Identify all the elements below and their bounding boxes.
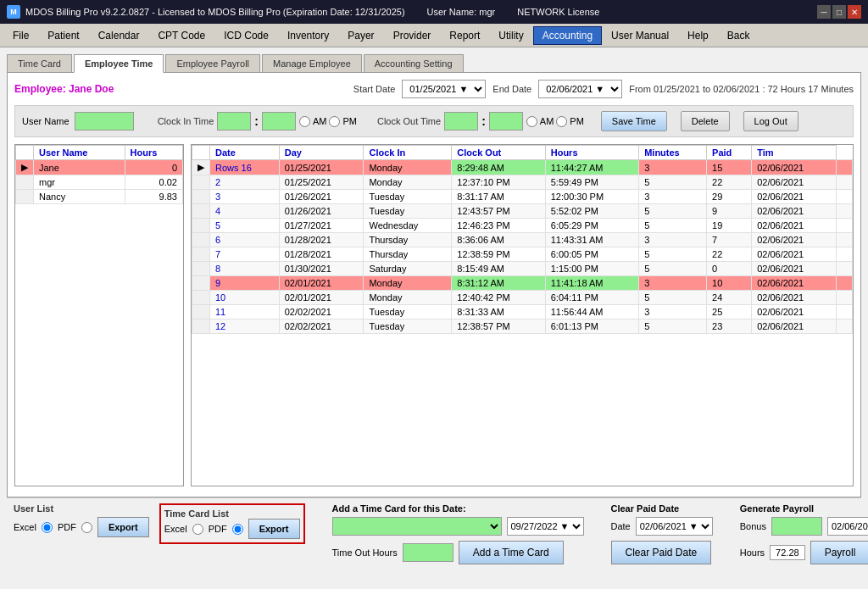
- data-table-row[interactable]: 3 01/26/2021 Tuesday 8:31:17 AM 12:00:30…: [192, 190, 853, 204]
- tc-excel-radio[interactable]: [192, 524, 203, 535]
- date-range-area: Start Date 01/25/2021 ▼ End Date 02/06/2…: [353, 80, 854, 98]
- user-hours-cell: 0: [125, 160, 182, 175]
- data-table-row[interactable]: 9 02/01/2021 Monday 8:31:12 AM 11:41:18 …: [192, 276, 853, 291]
- menu-accounting[interactable]: Accounting: [533, 26, 602, 45]
- excel-radio[interactable]: [42, 522, 53, 533]
- menu-back[interactable]: Back: [718, 26, 760, 45]
- col-minutes-header: Minutes: [639, 146, 707, 160]
- row-arrow: ▶: [16, 160, 34, 175]
- user-name-cell: Nancy: [34, 190, 125, 204]
- time-out-hours-input[interactable]: [403, 543, 453, 562]
- menu-icd-code[interactable]: ICD Code: [214, 26, 278, 45]
- generate-payroll-section: Generate Payroll Bonus 02/06/2021 ▼ Hour…: [740, 503, 868, 570]
- date-value-cell: 01/27/2021: [279, 219, 364, 233]
- date-cell: 9: [210, 276, 280, 291]
- clock-out-am-radio[interactable]: [526, 116, 537, 127]
- hours-cell: 3: [639, 233, 707, 247]
- user-table-row[interactable]: ▶ Jane 0: [16, 160, 183, 175]
- add-time-card-label: Add a Time Card for this Date:: [332, 503, 584, 514]
- paid-cell: 02/06/2021: [752, 160, 837, 175]
- clock-in-section: Clock In Time : AM PM: [158, 112, 357, 131]
- close-button[interactable]: ✕: [848, 5, 861, 19]
- clock-in-min-input[interactable]: [262, 112, 296, 131]
- add-time-card-date-select[interactable]: 09/27/2022 ▼: [507, 517, 584, 536]
- user-table-row[interactable]: Nancy 9.83: [16, 190, 183, 204]
- clock-in-cell: 8:15:49 AM: [452, 262, 545, 276]
- menu-utility[interactable]: Utility: [489, 26, 532, 45]
- date-value-cell: 01/26/2021: [279, 190, 364, 204]
- row-indicator-cell: [192, 190, 210, 204]
- bonus-input[interactable]: [771, 517, 822, 536]
- tab-employee-payroll[interactable]: Employee Payroll: [165, 54, 260, 72]
- delete-button[interactable]: Delete: [681, 111, 730, 131]
- menu-patient[interactable]: Patient: [38, 26, 88, 45]
- user-name-cell: mgr: [34, 175, 125, 190]
- clear-date-select[interactable]: 02/06/2021 ▼: [636, 517, 713, 536]
- data-table-row[interactable]: 8 01/30/2021 Saturday 8:15:49 AM 1:15:00…: [192, 262, 853, 276]
- menu-help[interactable]: Help: [678, 26, 718, 45]
- tab-manage-employee[interactable]: Manage Employee: [262, 54, 362, 72]
- time-card-list-export-button[interactable]: Export: [248, 519, 300, 539]
- clear-date-label: Date: [611, 521, 631, 531]
- user-list-export-button[interactable]: Export: [97, 517, 149, 537]
- data-table-row[interactable]: 12 02/02/2021 Tuesday 12:38:57 PM 6:01:1…: [192, 320, 853, 334]
- logout-button[interactable]: Log Out: [743, 111, 798, 131]
- menu-cpt-code[interactable]: CPT Code: [148, 26, 214, 45]
- clock-in-cell: 12:38:59 PM: [452, 247, 545, 262]
- date-cell: 7: [210, 247, 280, 262]
- row-arrow: [16, 190, 34, 204]
- pdf-radio[interactable]: [81, 522, 92, 533]
- add-time-card-button[interactable]: Add a Time Card: [459, 541, 564, 564]
- add-time-card-name-select[interactable]: [332, 517, 502, 536]
- tim-cell: [836, 175, 852, 190]
- clock-in-pm-radio[interactable]: [329, 116, 340, 127]
- menu-user-manual[interactable]: User Manual: [602, 26, 678, 45]
- day-cell: Thursday: [364, 233, 452, 247]
- menu-inventory[interactable]: Inventory: [278, 26, 338, 45]
- data-table-row[interactable]: ▶ Rows 16 01/25/2021 Monday 8:29:48 AM 1…: [192, 160, 853, 175]
- data-table-row[interactable]: 10 02/01/2021 Monday 12:40:42 PM 6:04:11…: [192, 291, 853, 305]
- hours-cell: 5: [639, 247, 707, 262]
- menu-file[interactable]: File: [3, 26, 38, 45]
- tab-time-card[interactable]: Time Card: [7, 54, 72, 72]
- pdf-label: PDF: [58, 522, 76, 532]
- save-time-button[interactable]: Save Time: [601, 111, 667, 131]
- menu-calendar[interactable]: Calendar: [89, 26, 149, 45]
- data-table-row[interactable]: 4 01/26/2021 Tuesday 12:43:57 PM 5:52:02…: [192, 204, 853, 219]
- data-table-row[interactable]: 11 02/02/2021 Tuesday 8:31:33 AM 11:56:4…: [192, 305, 853, 320]
- clock-in-am-group: AM PM: [299, 116, 357, 127]
- data-table-row[interactable]: 2 01/25/2021 Monday 12:37:10 PM 5:59:49 …: [192, 175, 853, 190]
- tc-pdf-radio[interactable]: [232, 524, 243, 535]
- clock-in-hour-input[interactable]: [217, 112, 251, 131]
- user-name-input[interactable]: [75, 112, 134, 131]
- clear-paid-date-button[interactable]: Clear Paid Date: [611, 541, 712, 564]
- date-value-cell: 01/25/2021: [279, 175, 364, 190]
- minimize-button[interactable]: ─: [817, 5, 831, 19]
- maximize-button[interactable]: □: [832, 5, 846, 19]
- paid-cell: 02/06/2021: [752, 262, 837, 276]
- start-date-select[interactable]: 01/25/2021 ▼: [402, 80, 486, 98]
- payroll-date-select[interactable]: 02/06/2021 ▼: [827, 517, 868, 536]
- clock-out-min-input[interactable]: [489, 112, 523, 131]
- hours-cell: 3: [639, 276, 707, 291]
- data-table-row[interactable]: 5 01/27/2021 Wednesday 12:46:23 PM 6:05:…: [192, 219, 853, 233]
- menu-report[interactable]: Report: [440, 26, 489, 45]
- clock-out-cell: 6:01:13 PM: [545, 320, 638, 334]
- clock-out-hour-input[interactable]: [444, 112, 478, 131]
- date-cell: 6: [210, 233, 280, 247]
- data-table-row[interactable]: 7 01/28/2021 Thursday 12:38:59 PM 6:00:0…: [192, 247, 853, 262]
- data-table-row[interactable]: 6 01/28/2021 Thursday 8:36:06 AM 11:43:3…: [192, 233, 853, 247]
- user-table-row[interactable]: mgr 0.02: [16, 175, 183, 190]
- menu-payer[interactable]: Payer: [338, 26, 383, 45]
- menu-provider[interactable]: Provider: [384, 26, 441, 45]
- clock-out-pm-radio[interactable]: [556, 116, 567, 127]
- minutes-cell: 19: [707, 219, 752, 233]
- clock-in-am-radio[interactable]: [299, 116, 310, 127]
- end-date-select[interactable]: 02/06/2021 ▼: [538, 80, 622, 98]
- tab-accounting-setting[interactable]: Accounting Setting: [364, 54, 464, 72]
- day-cell: Tuesday: [364, 204, 452, 219]
- payroll-button[interactable]: Payroll: [810, 541, 868, 564]
- bonus-label: Bonus: [740, 521, 766, 531]
- paid-cell: 02/06/2021: [752, 204, 837, 219]
- tab-employee-time[interactable]: Employee Time: [74, 54, 164, 73]
